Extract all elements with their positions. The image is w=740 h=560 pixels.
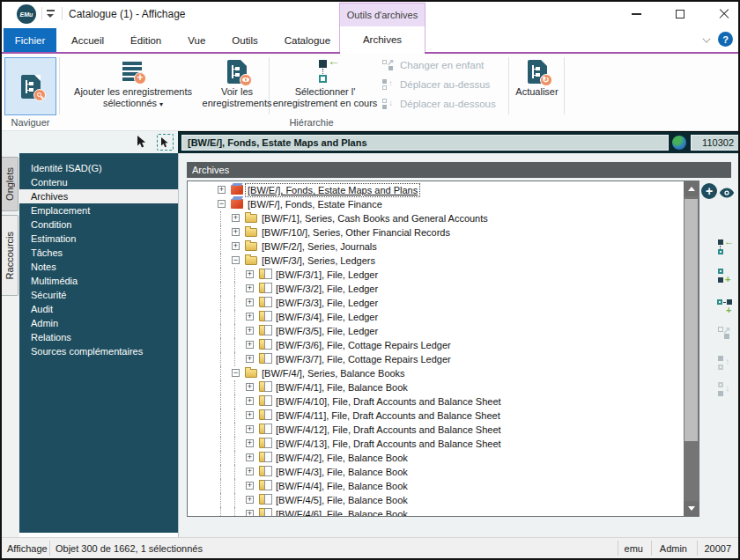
tree-row[interactable]: +[BW/F/4/4], File, Balance Book	[188, 479, 684, 493]
tree-row-label[interactable]: [BW/F/2/], Series, Journals	[260, 240, 379, 253]
marquee-select-icon[interactable]	[157, 134, 174, 151]
tree-row[interactable]: +[BW/F/1], Series, Cash Books and Genera…	[188, 211, 684, 225]
tree-row[interactable]: +[BW/F/3/5], File, Ledger	[188, 324, 684, 338]
scroll-up-button[interactable]	[684, 181, 699, 196]
select-current-record-mini-button[interactable]: ←	[717, 239, 733, 255]
tree-expand-icon[interactable]: +	[246, 284, 254, 292]
tree-expand-icon[interactable]: +	[246, 468, 254, 475]
tree-expand-icon[interactable]: +	[218, 186, 226, 194]
sidebar-item-estimation[interactable]: Estimation	[19, 232, 178, 246]
tree-collapse-icon[interactable]: −	[232, 256, 240, 264]
sidebar-item-contenu[interactable]: Contenu	[19, 175, 178, 189]
maximize-button[interactable]	[660, 2, 700, 26]
tree-row[interactable]: +[BW/F/4/3], File, Balance Book	[188, 465, 684, 479]
tree-row[interactable]: +[BW/F/2/], Series, Journals	[188, 239, 684, 254]
sidebar-item-se-curite-[interactable]: Sécurité	[19, 288, 178, 302]
tab-fichier[interactable]: Fichier	[4, 28, 56, 52]
tree-expand-icon[interactable]: +	[246, 510, 254, 516]
tree-row-label[interactable]: [BW/F/3/6], File, Cottage Repairs Ledger	[274, 339, 453, 351]
tree-row-label[interactable]: [BW/F/4/], Series, Balance Books	[260, 367, 407, 379]
tree-row[interactable]: +[BW/F/4/1], File, Balance Book	[188, 380, 684, 394]
globe-icon[interactable]	[672, 136, 686, 150]
tree-row-label[interactable]: [BW/F/4/5], File, Balance Book	[274, 494, 410, 506]
tree-expand-icon[interactable]: +	[246, 383, 254, 391]
scroll-down-button[interactable]	[684, 501, 699, 516]
tree-row-label[interactable]: [BW/F/4/6], File, Balance Book	[274, 508, 410, 516]
sidebar-item-sources-comple-mentaires[interactable]: Sources complémentaires	[19, 344, 178, 358]
tree-scrollbar[interactable]	[684, 181, 699, 516]
tree-expand-icon[interactable]: +	[232, 214, 240, 222]
side-tab-onglets[interactable]: Onglets	[2, 157, 18, 211]
sidebar-item-identite-isad-g-[interactable]: Identité ISAD(G)	[19, 161, 178, 175]
add-record-button[interactable]: +	[701, 183, 717, 199]
tree-row-label[interactable]: [BW/F/4/10], File, Draft Accounts and Ba…	[274, 395, 503, 408]
tree-expand-icon[interactable]: +	[246, 270, 254, 278]
sidebar-item-multime-dia[interactable]: Multimédia	[19, 274, 178, 288]
tree-expand-icon[interactable]: +	[246, 453, 254, 461]
tree-expand-icon[interactable]: +	[246, 341, 254, 349]
quick-access-dropdown-icon[interactable]	[46, 10, 56, 20]
tree-row[interactable]: +[BW/F/10/], Series, Other Financial Rec…	[188, 225, 684, 239]
tab-archives[interactable]: Archives	[339, 26, 426, 52]
tree-row[interactable]: +[BW/F/4/5], File, Balance Book	[188, 493, 684, 507]
side-tab-raccourcis[interactable]: Raccourcis	[2, 215, 18, 296]
tree-row[interactable]: +[BW/E/], Fonds, Estate Maps and Plans	[188, 183, 684, 197]
select-current-record-button[interactable]: ← Sélectionner l' enregistrement en cour…	[270, 56, 381, 125]
add-selected-records-button[interactable]: + Ajouter les enregistrements sélectionn…	[62, 56, 204, 125]
tree-row-label[interactable]: [BW/F/1], Series, Cash Books and General…	[260, 212, 490, 225]
tree-row-label[interactable]: [BW/F/4/1], File, Balance Book	[274, 381, 410, 394]
change-to-child-mini-button[interactable]: ↗	[717, 326, 733, 343]
tree-expand-icon[interactable]: +	[232, 228, 240, 236]
change-to-child-button[interactable]: ↗ Changer en enfant	[382, 56, 508, 74]
tab-catalogue[interactable]: Catalogue	[271, 28, 344, 52]
view-records-button[interactable]: Voir les enregistrements	[207, 56, 267, 125]
tree-row[interactable]: +[BW/F/3/3], File, Ledger	[188, 296, 684, 310]
sidebar-item-archives[interactable]: Archives	[19, 189, 178, 203]
tree-expand-icon[interactable]: +	[246, 439, 254, 447]
move-below-mini-button[interactable]: ↓	[717, 381, 733, 398]
tree-row[interactable]: −[BW/F/], Fonds, Estate Finance	[188, 197, 684, 211]
tree-row[interactable]: +[BW/F/4/12], File, Draft Accounts and B…	[188, 423, 684, 437]
tree-row[interactable]: +[BW/F/3/4], File, Ledger	[188, 310, 684, 324]
tree-row-label[interactable]: [BW/F/3/2], File, Ledger	[274, 283, 380, 295]
tree-row[interactable]: +[BW/F/3/7], File, Cottage Repairs Ledge…	[188, 352, 684, 366]
minimize-button[interactable]	[616, 2, 656, 26]
refresh-button[interactable]: ↻ Actualiser	[510, 56, 564, 125]
view-record-eye-button[interactable]	[719, 186, 735, 202]
tree-expand-icon[interactable]: +	[246, 313, 254, 321]
tree-row[interactable]: +[BW/F/4/6], File, Balance Book	[188, 507, 684, 516]
tree-row[interactable]: −[BW/F/3/], Series, Ledgers	[188, 254, 684, 268]
tree-row-label[interactable]: [BW/F/4/12], File, Draft Accounts and Ba…	[274, 424, 503, 436]
tree-row[interactable]: +[BW/F/3/6], File, Cottage Repairs Ledge…	[188, 338, 684, 352]
tree-row-label[interactable]: [BW/F/3/7], File, Cottage Repairs Ledger	[274, 353, 453, 365]
tree-row[interactable]: +[BW/F/3/2], File, Ledger	[188, 282, 684, 296]
tree-row[interactable]: +[BW/F/4/13], File, Draft Accounts and B…	[188, 437, 684, 451]
tree-row-label[interactable]: [BW/F/4/11], File, Draft Accounts and Ba…	[274, 409, 502, 422]
sidebar-item-admin[interactable]: Admin	[19, 316, 178, 330]
tree-expand-icon[interactable]: +	[246, 425, 254, 433]
tab-vue[interactable]: Vue	[174, 28, 218, 52]
move-above-button[interactable]: ↑ Déplacer au-dessus	[382, 76, 508, 93]
tree-row-label[interactable]: [BW/F/3/5], File, Ledger	[274, 325, 380, 337]
tab-edition[interactable]: Édition	[117, 28, 174, 52]
tree-row-label[interactable]: [BW/F/3/1], File, Ledger	[274, 269, 380, 281]
scrollbar-thumb[interactable]	[684, 199, 698, 441]
navigate-button[interactable]	[4, 57, 56, 115]
move-above-mini-button[interactable]: ↑	[717, 355, 733, 372]
tree-expand-icon[interactable]: +	[246, 411, 254, 419]
pointer-cursor-icon[interactable]	[136, 136, 147, 152]
tree-row-label[interactable]: [BW/F/3/3], File, Ledger	[274, 297, 380, 309]
tree-row-label[interactable]: [BW/F/4/3], File, Balance Book	[274, 466, 410, 478]
close-button[interactable]	[704, 2, 740, 26]
tree-expand-icon[interactable]: +	[246, 298, 254, 306]
move-below-button[interactable]: ↓ Déplacer au-dessous	[382, 95, 508, 113]
collapse-ribbon-icon[interactable]	[703, 35, 710, 42]
sidebar-item-emplacement[interactable]: Emplacement	[19, 203, 178, 217]
tree-row-label[interactable]: [BW/F/4/4], File, Balance Book	[274, 480, 410, 492]
tree-expand-icon[interactable]: +	[246, 397, 254, 405]
add-record-below-button[interactable]: +	[717, 268, 733, 284]
tree-expand-icon[interactable]: +	[246, 327, 254, 335]
tree-row[interactable]: +[BW/F/3/1], File, Ledger	[188, 268, 684, 282]
sidebar-item-relations[interactable]: Relations	[19, 330, 178, 344]
tree-row-label[interactable]: [BW/F/3/], Series, Ledgers	[260, 254, 377, 267]
